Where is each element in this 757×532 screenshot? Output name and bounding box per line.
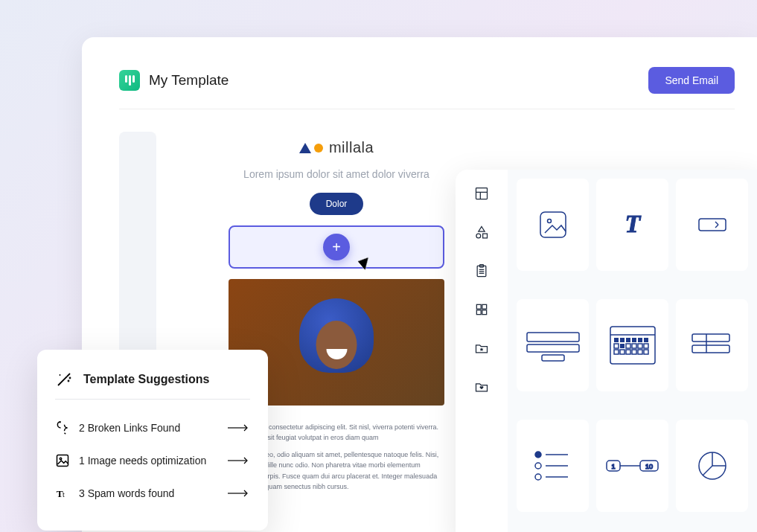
svg-rect-31 bbox=[614, 344, 619, 348]
svg-line-61 bbox=[58, 376, 67, 385]
svg-rect-30 bbox=[644, 338, 648, 342]
svg-rect-29 bbox=[638, 338, 642, 342]
svg-rect-21 bbox=[527, 344, 579, 352]
panel-grid: T 110 bbox=[508, 170, 757, 532]
component-panel: T 110 bbox=[456, 170, 757, 532]
cursor-pointer-icon bbox=[358, 254, 373, 269]
svg-line-66 bbox=[65, 433, 66, 435]
svg-text:10: 10 bbox=[645, 463, 652, 470]
add-block-button[interactable]: + bbox=[323, 234, 350, 260]
columns-block-tile[interactable] bbox=[517, 299, 589, 391]
suggestion-label: 2 Broken Links Found bbox=[79, 422, 219, 434]
svg-rect-19 bbox=[699, 219, 726, 231]
divider bbox=[55, 399, 250, 400]
arrow-right-icon bbox=[228, 457, 250, 464]
svg-marker-3 bbox=[479, 227, 485, 232]
suggestion-image-optimization[interactable]: 1 Image needs optimization bbox=[55, 444, 250, 477]
svg-rect-44 bbox=[692, 345, 729, 353]
page-title: My Template bbox=[149, 72, 229, 89]
suggestions-title: Template Suggestions bbox=[83, 373, 210, 386]
chart-block-tile[interactable] bbox=[676, 420, 748, 512]
folder-star-icon[interactable] bbox=[474, 341, 489, 356]
svg-text:1: 1 bbox=[611, 463, 615, 470]
svg-rect-34 bbox=[632, 344, 636, 348]
svg-marker-15 bbox=[480, 347, 484, 351]
svg-rect-42 bbox=[644, 350, 648, 354]
svg-point-4 bbox=[476, 234, 481, 238]
svg-rect-27 bbox=[626, 338, 630, 342]
svg-rect-13 bbox=[476, 310, 481, 315]
svg-line-60 bbox=[703, 466, 712, 475]
panel-nav bbox=[456, 170, 508, 532]
svg-rect-28 bbox=[632, 338, 636, 342]
svg-point-50 bbox=[535, 474, 541, 480]
svg-rect-68 bbox=[57, 455, 68, 467]
person-illustration bbox=[292, 298, 381, 406]
svg-rect-40 bbox=[632, 350, 636, 354]
send-email-button[interactable]: Send Email bbox=[648, 67, 735, 94]
image-icon bbox=[55, 453, 70, 468]
canvas-subtitle: Lorem ipsum dolor sit amet dolor viverra bbox=[243, 167, 429, 182]
header: My Template Send Email bbox=[119, 67, 735, 109]
svg-rect-11 bbox=[476, 304, 481, 309]
canvas-cta-button[interactable]: Dolor bbox=[310, 193, 364, 215]
svg-point-17 bbox=[547, 219, 551, 223]
bullets-block-tile[interactable] bbox=[517, 420, 589, 512]
svg-rect-37 bbox=[614, 350, 619, 354]
svg-point-64 bbox=[68, 381, 69, 382]
header-left: My Template bbox=[119, 70, 229, 91]
svg-rect-16 bbox=[540, 212, 566, 237]
text-block-tile[interactable]: T bbox=[596, 179, 668, 271]
broken-link-icon bbox=[55, 420, 70, 435]
add-block-dropzone[interactable]: + bbox=[229, 225, 444, 269]
svg-rect-22 bbox=[542, 355, 564, 361]
suggestion-spam-words[interactable]: Tt 3 Spam words found bbox=[55, 477, 250, 510]
shapes-icon[interactable] bbox=[474, 225, 489, 240]
svg-rect-41 bbox=[638, 350, 642, 354]
svg-point-63 bbox=[70, 378, 71, 379]
svg-rect-38 bbox=[620, 350, 625, 354]
table-block-tile[interactable] bbox=[676, 299, 748, 391]
svg-rect-25 bbox=[614, 338, 619, 342]
svg-point-69 bbox=[60, 458, 62, 460]
input-block-tile[interactable] bbox=[676, 179, 748, 271]
suggestions-header: Template Suggestions bbox=[55, 371, 250, 388]
svg-rect-36 bbox=[644, 344, 648, 348]
image-block-tile[interactable] bbox=[517, 179, 589, 271]
svg-rect-32 bbox=[620, 344, 625, 348]
svg-point-48 bbox=[535, 463, 541, 469]
folder-heart-icon[interactable] bbox=[474, 379, 489, 394]
brand-triangle-icon bbox=[299, 143, 311, 153]
grid-icon[interactable] bbox=[474, 302, 489, 317]
svg-rect-5 bbox=[483, 234, 488, 238]
svg-rect-26 bbox=[620, 338, 625, 342]
suggestions-card: Template Suggestions 2 Broken Links Foun… bbox=[37, 350, 268, 531]
svg-rect-39 bbox=[626, 350, 630, 354]
clipboard-icon[interactable] bbox=[474, 263, 489, 278]
arrow-right-icon bbox=[228, 490, 250, 497]
calendar-block-tile[interactable] bbox=[596, 299, 668, 391]
svg-rect-0 bbox=[476, 188, 488, 199]
range-block-tile[interactable]: 110 bbox=[596, 420, 668, 512]
svg-rect-33 bbox=[626, 344, 630, 348]
svg-text:t: t bbox=[63, 490, 65, 499]
arrow-right-icon bbox=[228, 424, 250, 432]
svg-line-62 bbox=[67, 374, 70, 376]
svg-rect-14 bbox=[482, 310, 487, 315]
svg-rect-43 bbox=[692, 334, 729, 342]
svg-rect-35 bbox=[638, 344, 642, 348]
text-icon: Tt bbox=[55, 486, 70, 501]
layout-icon[interactable] bbox=[474, 186, 489, 201]
brand-logo: millala bbox=[299, 139, 374, 156]
suggestion-label: 3 Spam words found bbox=[79, 487, 219, 499]
suggestion-label: 1 Image needs optimization bbox=[79, 455, 219, 467]
svg-point-46 bbox=[535, 452, 541, 458]
suggestion-broken-links[interactable]: 2 Broken Links Found bbox=[55, 411, 250, 444]
magic-wand-icon bbox=[55, 371, 73, 388]
brand-dot-icon bbox=[314, 144, 323, 153]
brand-name: millala bbox=[329, 139, 374, 156]
app-logo-icon bbox=[119, 70, 140, 91]
svg-rect-12 bbox=[482, 304, 487, 309]
svg-text:T: T bbox=[625, 210, 641, 237]
svg-rect-20 bbox=[527, 333, 579, 342]
